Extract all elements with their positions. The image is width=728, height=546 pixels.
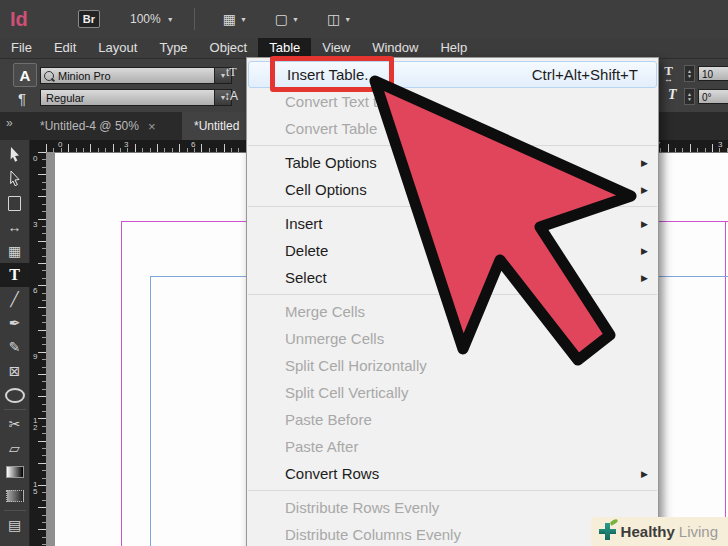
panel-grid-icon: ▦ [223,11,236,27]
zoom-level-dropdown[interactable]: 100% ▼ [130,12,174,26]
zoom-level-value: 100% [130,12,161,26]
horizontal-scale-field[interactable]: 10 [698,66,728,81]
menu-item-label: Distribute Rows Evenly [285,499,439,516]
menu-item-split-cell-horizontally: Split Cell Horizontally [247,352,658,379]
pencil-tool[interactable]: ✎ [0,335,30,359]
skew-stepper[interactable]: ▲▼ [684,88,695,105]
menu-item-label: Merge Cells [285,303,365,320]
submenu-arrow-icon: ▶ [641,469,648,479]
selection-tool[interactable] [0,143,30,167]
gap-tool[interactable]: ↔ [0,215,30,239]
type-tool[interactable]: T [0,263,30,287]
horizontal-scale-stepper[interactable]: ▲▼ [684,65,695,82]
bridge-button[interactable]: Br [78,10,100,28]
menu-item-table-options[interactable]: Table Options▶ [247,149,658,176]
menu-window[interactable]: Window [361,38,429,58]
menu-table[interactable]: Table [258,38,311,58]
down-icon: ▼ [687,74,692,79]
chevron-down-icon: ▼ [344,16,351,23]
content-collector-tool[interactable]: ▦ [0,239,30,263]
expand-panels-icon[interactable]: » [6,116,11,130]
menu-item-select[interactable]: Select▶ [247,264,658,291]
menu-layout[interactable]: Layout [87,38,148,58]
close-icon[interactable]: × [148,119,156,134]
gradient-feather-tool[interactable] [0,484,30,508]
character-formatting-icon[interactable]: A [13,63,37,87]
skew-field[interactable]: 0° [698,89,728,104]
document-tab-label: *Untitled [194,119,239,133]
document-tab-active[interactable]: *Untitled-4 @ 50% × [30,112,166,140]
direct-selection-arrow-icon [8,171,21,187]
rectangle-frame-tool[interactable]: ⊠ [0,359,30,383]
menu-edit[interactable]: Edit [43,38,87,58]
menu-item-convert-rows[interactable]: Convert Rows▶ [247,460,658,487]
menu-item-paste-before: Paste Before [247,406,658,433]
font-family-select[interactable]: Minion Pro ▼ [40,67,232,84]
menu-item-label: Select [285,269,327,286]
page-tool[interactable] [0,191,30,215]
ruler-number: 0 [58,140,62,149]
document-tab-label: *Untitled-4 @ 50% [40,119,139,133]
menu-type[interactable]: Type [148,38,198,58]
font-style-value: Regular [46,92,85,104]
menu-separator [248,490,657,491]
menu-separator [248,206,657,207]
ruler-number: 9 [33,354,37,361]
menu-view[interactable]: View [311,38,361,58]
ruler-number: 3 [718,140,722,149]
selection-arrow-icon [8,147,21,163]
direct-selection-tool[interactable] [0,167,30,191]
ruler-origin-box[interactable] [30,140,47,152]
menu-item-shortcut: Ctrl+Alt+Shift+T [532,66,646,83]
divider [4,510,26,511]
search-icon [44,71,54,81]
menu-item-label: Unmerge Cells [285,330,384,347]
margin-guide-right [725,221,726,546]
plus-leaf-icon [599,523,616,540]
ruler-number: 3 [33,222,37,229]
note-tool[interactable]: ▤ [0,513,30,537]
menu-item-insert[interactable]: Insert▶ [247,210,658,237]
gradient-swatch-tool[interactable] [0,460,30,484]
font-style-select[interactable]: Regular ▼ [40,89,232,106]
highlight-box [270,56,394,92]
menu-item-delete[interactable]: Delete▶ [247,237,658,264]
menu-item-convert-text-to-table: Convert Text to Table... [247,88,658,115]
menu-file[interactable]: File [0,38,43,58]
submenu-arrow-icon: ▶ [641,185,648,195]
menu-item-label: Delete [285,242,328,259]
free-transform-tool[interactable]: ▱ [0,436,30,460]
ruler-number: 6 [33,288,37,295]
arrange-documents-button[interactable]: ◫ ▼ [327,11,351,27]
view-options-button[interactable]: ▦ ▼ [223,11,247,27]
ruler-major-ticks [38,152,46,546]
menu-object[interactable]: Object [199,38,259,58]
ruler-number: 0 [33,156,37,163]
skew-icon: T [668,87,677,103]
submenu-arrow-icon: ▶ [641,158,648,168]
paragraph-formatting-icon[interactable]: ¶ [18,90,26,107]
ruler-number: 1 5 [33,482,37,495]
scissors-tool[interactable]: ✂ [0,412,30,436]
menu-help[interactable]: Help [429,38,478,58]
menu-item-paste-after: Paste After [247,433,658,460]
vertical-ruler[interactable]: 0 3 6 9 1 2 1 5 [30,152,46,546]
menu-bar: File Edit Layout Type Object Table View … [0,38,728,58]
ruler-number: 1 2 [33,418,37,431]
page-icon [8,196,21,211]
layout-split-icon: ◫ [327,11,340,27]
menu-item-convert-table: Convert Table [247,115,658,142]
leaf-icon [609,518,618,525]
menu-item-cell-options[interactable]: Cell Options▶ [247,176,658,203]
gradient-icon [6,466,24,478]
brand-bold: Healthy [621,523,675,540]
screen-mode-icon: ▢ [275,11,288,27]
menu-item-label: Split Cell Vertically [285,384,408,401]
ruler-number: 3 [124,140,128,149]
menu-separator [248,145,657,146]
line-tool[interactable]: ╱ [0,287,30,311]
screen-mode-button[interactable]: ▢ ▼ [275,11,299,27]
pen-tool[interactable]: ✒ [0,311,30,335]
ellipse-tool[interactable] [0,383,30,407]
app-bar: Id Br 100% ▼ ▦ ▼ ▢ ▼ ◫ ▼ [0,0,728,38]
